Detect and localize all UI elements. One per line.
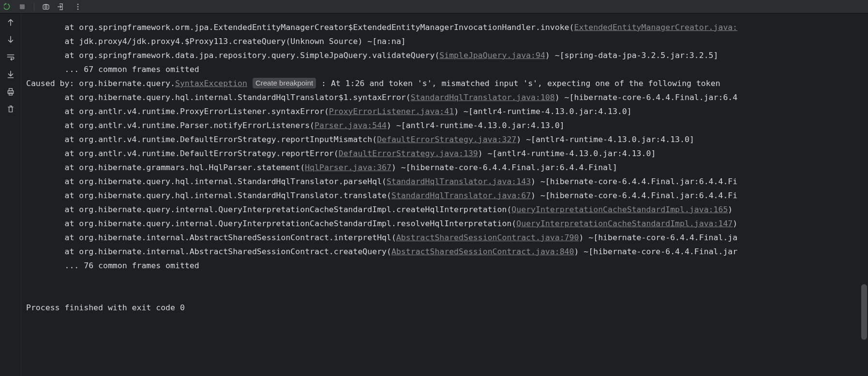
console-line: at org.antlr.v4.runtime.DefaultErrorStra… xyxy=(26,146,868,160)
console-line: at org.springframework.data.jpa.reposito… xyxy=(26,48,868,62)
source-link[interactable]: QueryInterpretationCacheStandardImpl.jav… xyxy=(511,205,728,214)
more-icon[interactable] xyxy=(74,3,82,11)
arrow-up-icon[interactable] xyxy=(6,17,15,27)
source-link[interactable]: AbstractSharedSessionContract.java:790 xyxy=(396,233,579,242)
console-line: Process finished with exit code 0 xyxy=(26,301,868,315)
console-line: at jdk.proxy4/jdk.proxy4.$Proxy113.creat… xyxy=(26,34,868,48)
source-link[interactable]: StandardHqlTranslator.java:108 xyxy=(411,93,555,102)
console-line xyxy=(26,273,868,287)
console-output[interactable]: at org.springframework.orm.jpa.ExtendedE… xyxy=(21,14,868,376)
console-line: ... 67 common frames omitted xyxy=(26,62,868,76)
console-gutter xyxy=(0,14,21,376)
console-line: at org.hibernate.query.hql.internal.Stan… xyxy=(26,90,868,104)
source-link[interactable]: AbstractSharedSessionContract.java:840 xyxy=(391,247,574,256)
source-link[interactable]: Parser.java:544 xyxy=(314,121,387,130)
create-breakpoint-badge[interactable]: Create breakpoint xyxy=(253,78,316,88)
arrow-down-icon[interactable] xyxy=(6,35,15,44)
console-line: at org.antlr.v4.runtime.DefaultErrorStra… xyxy=(26,132,868,146)
console-line: at org.hibernate.internal.AbstractShared… xyxy=(26,231,868,245)
toolbar-separator xyxy=(34,2,34,11)
console-line: at org.hibernate.query.internal.QueryInt… xyxy=(26,202,868,217)
print-icon[interactable] xyxy=(6,87,15,97)
scroll-to-end-icon[interactable] xyxy=(6,70,15,79)
screenshot-icon[interactable] xyxy=(42,3,50,11)
console-line: at org.springframework.orm.jpa.ExtendedE… xyxy=(26,20,868,34)
console-line: ... 76 common frames omitted xyxy=(26,259,868,273)
source-link[interactable]: DefaultErrorStrategy.java:139 xyxy=(339,149,478,158)
console-line xyxy=(26,287,868,301)
svg-rect-1 xyxy=(43,5,49,9)
run-toolbar xyxy=(0,0,868,14)
svg-rect-3 xyxy=(45,4,47,5)
console-line: Caused by: org.hibernate.query.SyntaxExc… xyxy=(26,76,868,90)
scrollbar-thumb[interactable] xyxy=(861,284,867,340)
exit-icon[interactable] xyxy=(57,3,64,11)
console-line: at org.antlr.v4.runtime.Parser.notifyErr… xyxy=(26,118,868,132)
source-link[interactable]: ExtendedEntityManagerCreator.java: xyxy=(574,23,737,32)
source-link[interactable]: QueryInterpretationCacheStandardImpl.jav… xyxy=(516,219,733,228)
console-line: at org.hibernate.internal.AbstractShared… xyxy=(26,245,868,259)
svg-point-5 xyxy=(77,6,79,7)
svg-rect-0 xyxy=(20,4,25,9)
console-line: at org.hibernate.query.hql.internal.Stan… xyxy=(26,188,868,202)
console-line: at org.hibernate.query.hql.internal.Stan… xyxy=(26,174,868,188)
trash-icon[interactable] xyxy=(6,104,15,114)
source-link[interactable]: SyntaxException xyxy=(175,79,247,88)
rerun-icon[interactable] xyxy=(4,3,12,11)
source-link[interactable]: StandardHqlTranslator.java:67 xyxy=(391,191,531,200)
console-line: at org.hibernate.query.internal.QueryInt… xyxy=(26,217,868,231)
source-link[interactable]: SimpleJpaQuery.java:94 xyxy=(439,51,545,60)
svg-rect-8 xyxy=(9,88,12,91)
svg-point-2 xyxy=(45,6,47,8)
source-link[interactable]: StandardHqlTranslator.java:143 xyxy=(387,177,531,186)
source-link[interactable]: HqlParser.java:367 xyxy=(305,163,391,172)
svg-point-6 xyxy=(77,8,79,10)
console-line: at org.antlr.v4.runtime.ProxyErrorListen… xyxy=(26,104,868,118)
svg-point-4 xyxy=(77,3,79,5)
soft-wrap-icon[interactable] xyxy=(6,52,15,62)
console-line: at org.hibernate.grammars.hql.HqlParser.… xyxy=(26,160,868,174)
stop-icon[interactable] xyxy=(18,3,26,11)
svg-rect-9 xyxy=(9,93,12,95)
source-link[interactable]: ProxyErrorListener.java:41 xyxy=(329,107,454,116)
source-link[interactable]: DefaultErrorStrategy.java:327 xyxy=(377,135,516,144)
